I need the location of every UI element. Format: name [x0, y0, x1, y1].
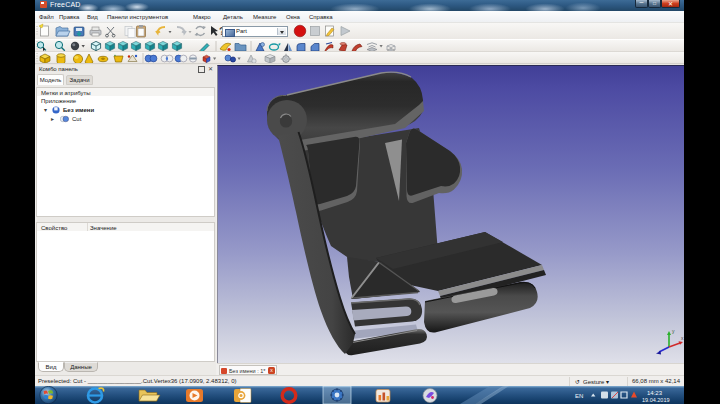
svg-text:14:23: 14:23	[647, 390, 663, 396]
svg-text:19.04.2019: 19.04.2019	[642, 397, 670, 403]
svg-text:EN: EN	[575, 393, 583, 399]
svg-text:x: x	[681, 335, 684, 341]
svg-text:y: y	[672, 328, 675, 334]
